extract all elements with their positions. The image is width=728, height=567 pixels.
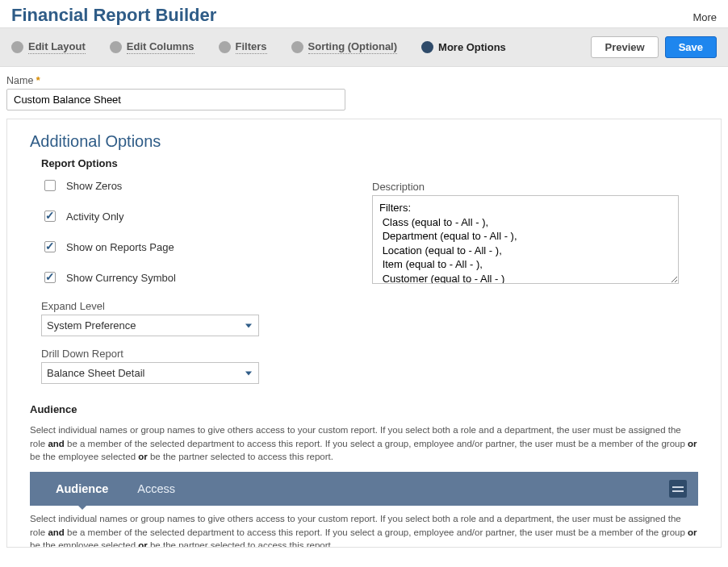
audience-section-label: Audience (30, 403, 698, 415)
description-textarea[interactable] (372, 195, 679, 284)
report-options-label: Report Options (41, 157, 698, 169)
step-circle-icon (219, 41, 231, 53)
step-label: Filters (236, 40, 267, 54)
additional-options-title: Additional Options (30, 132, 698, 151)
name-label-text: Name (6, 75, 33, 86)
step-filters[interactable]: Filters (219, 40, 267, 54)
more-link[interactable]: More (692, 11, 717, 23)
name-label: Name * (6, 75, 717, 86)
save-button[interactable]: Save (665, 36, 717, 58)
show-currency-checkbox[interactable] (44, 272, 56, 283)
step-circle-icon (110, 41, 122, 53)
preview-button[interactable]: Preview (591, 36, 658, 58)
drill-down-label: Drill Down Report (41, 348, 353, 360)
expand-level-value: System Preference (47, 319, 136, 331)
audience-tab-bar: Audience Access (30, 472, 698, 506)
step-edit-layout[interactable]: Edit Layout (11, 40, 86, 54)
drill-down-select[interactable]: Balance Sheet Detail (41, 362, 259, 384)
step-circle-icon (421, 41, 433, 53)
step-more-options[interactable]: More Options (421, 41, 506, 54)
expand-level-select[interactable]: System Preference (41, 315, 259, 336)
step-circle-icon (291, 41, 303, 53)
description-label: Description (372, 181, 698, 193)
step-edit-columns[interactable]: Edit Columns (110, 40, 195, 54)
content-frame[interactable]: Additional Options Report Options Show Z… (6, 119, 722, 548)
tab-access[interactable]: Access (123, 474, 190, 503)
step-label: Sorting (Optional) (308, 40, 397, 54)
tab-settings-icon[interactable] (669, 480, 687, 498)
audience-help-text: Select individual names or group names t… (30, 423, 698, 464)
required-asterisk: * (36, 75, 40, 86)
step-circle-icon (11, 41, 23, 53)
expand-level-label: Expand Level (41, 300, 353, 312)
activity-only-label: Activity Only (66, 211, 124, 223)
drill-down-value: Balance Sheet Detail (47, 367, 144, 379)
show-currency-label: Show Currency Symbol (66, 272, 176, 284)
show-reports-page-label: Show on Reports Page (66, 241, 174, 253)
audience-help-text-repeat: Select individual names or group names t… (30, 512, 698, 548)
tab-audience[interactable]: Audience (41, 474, 123, 503)
show-reports-page-checkbox[interactable] (44, 241, 56, 252)
activity-only-checkbox[interactable] (44, 211, 56, 222)
step-label: Edit Layout (28, 40, 86, 54)
steps-bar: Edit Layout Edit Columns Filters Sorting… (0, 27, 728, 67)
show-zeros-label: Show Zeros (66, 180, 122, 192)
show-zeros-checkbox[interactable] (44, 180, 56, 191)
step-sorting[interactable]: Sorting (Optional) (291, 40, 397, 54)
name-input[interactable] (6, 89, 345, 110)
step-label: Edit Columns (127, 40, 195, 54)
step-label: More Options (438, 41, 506, 54)
page-title: Financial Report Builder (11, 5, 216, 26)
